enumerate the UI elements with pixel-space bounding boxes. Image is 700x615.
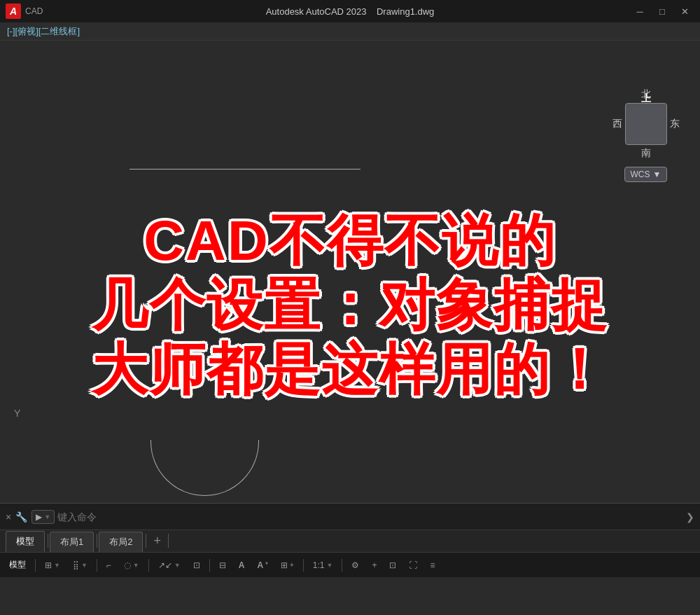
grid-button[interactable]: ⊞ ▼	[40, 558, 65, 572]
title-bar-title: Autodesk AutoCAD 2023 Drawing1.dwg	[266, 6, 435, 17]
overlay-line3: 大师都是这样用的！	[42, 338, 658, 402]
model-space-button[interactable]: 模型	[4, 557, 31, 573]
autocad-logo[interactable]: A	[6, 4, 21, 19]
wcs-label: WCS	[631, 170, 650, 179]
transparency-star: *	[265, 561, 268, 569]
compass-west-label: 西	[612, 118, 622, 130]
y-axis-indicator: Y	[14, 408, 20, 419]
compass-south-label: 南	[641, 147, 651, 160]
command-settings-icon[interactable]: 🔧	[15, 511, 27, 523]
autocad-version-label: Autodesk AutoCAD 2023	[266, 6, 367, 17]
gear-icon: ⚙	[351, 560, 359, 570]
wcs-button[interactable]: WCS ▼	[624, 167, 668, 182]
grid-icon: ⊞	[45, 560, 52, 570]
model-label: 模型	[9, 559, 26, 571]
tab-bar: 模型 布局1 布局2 +	[0, 530, 700, 552]
status-bar: 模型 ⊞ ▼ ⣿ ▼ ⌐ ◌ ▼ ↗↙ ▼ ⊡ ⊟ A A * ⊞ + 1:1 …	[0, 552, 700, 577]
title-bar-left: A CAD	[6, 4, 43, 19]
tab-divider-2	[97, 534, 97, 548]
plus-icon: +	[372, 560, 377, 570]
command-prompt-icon[interactable]: ▶ ▼	[31, 510, 55, 524]
statusbar-divider-6	[342, 559, 342, 572]
statusbar-divider-5	[303, 559, 304, 572]
tab-layout1[interactable]: 布局1	[50, 532, 94, 552]
tab-divider-3	[146, 534, 146, 548]
selection-cycling-icon: ⊞	[281, 560, 288, 570]
drawing-arc	[150, 440, 259, 496]
prompt-arrow-icon: ▶	[36, 512, 42, 522]
dynamic-input-button[interactable]: ⊟	[214, 558, 231, 572]
cube-face[interactable]: 上	[625, 103, 667, 145]
drawing-area[interactable]: 北 西 上 东 南 WCS ▼ Y CAD不得不说的 几个设置：对象捕捉 大师都…	[0, 41, 700, 503]
selection-plus: +	[290, 561, 294, 569]
maximize-button[interactable]: □	[652, 4, 672, 19]
wcs-dropdown-arrow: ▼	[653, 170, 662, 179]
statusbar-divider-1	[35, 559, 36, 572]
lineweight-icon: A	[239, 560, 245, 570]
osnap-icon: ↗↙	[158, 560, 172, 570]
polar-icon: ◌	[124, 560, 131, 570]
statusbar-divider-4	[209, 559, 210, 572]
close-button[interactable]: ✕	[675, 4, 694, 19]
polar-dropdown: ▼	[133, 562, 139, 569]
osnap-dropdown: ▼	[174, 562, 181, 569]
autocad-a-letter: A	[10, 6, 17, 17]
overlay-line2: 几个设置：对象捕捉	[42, 273, 658, 338]
navigation-cube[interactable]: 北 西 上 东 南 WCS ▼	[612, 88, 679, 235]
object-snap-tracking-button[interactable]: ⊡	[188, 558, 205, 572]
app-name-label: CAD	[25, 6, 43, 16]
viewport-label-text[interactable]: [-][俯视][二维线框]	[7, 25, 80, 38]
polar-button[interactable]: ◌ ▼	[119, 558, 144, 572]
compass-east-label: 东	[670, 118, 680, 130]
fullscreen-icon: ⛶	[409, 560, 417, 570]
object-snap-tracking-icon: ⊡	[193, 560, 200, 570]
tab-divider-1	[48, 534, 48, 548]
tab-divider-4	[168, 534, 169, 548]
ortho-icon: ⌐	[106, 560, 111, 570]
add-tab-button[interactable]: +	[148, 530, 167, 552]
command-close-button[interactable]: ×	[6, 511, 11, 523]
overlay-line1: CAD不得不说的	[42, 209, 658, 273]
drawing-line	[130, 169, 360, 170]
tab-model[interactable]: 模型	[6, 531, 45, 552]
scale-dropdown-arrow: ▼	[326, 562, 332, 569]
ortho-button[interactable]: ⌐	[102, 558, 116, 572]
grid-dropdown: ▼	[54, 562, 60, 569]
command-bar: × 🔧 ▶ ▼ ❯	[0, 503, 700, 530]
command-expand-button[interactable]: ❯	[686, 511, 694, 523]
menu-button[interactable]: ≡	[425, 558, 440, 572]
settings-gear-button[interactable]: ⚙	[346, 558, 364, 572]
menu-icon: ≡	[430, 560, 435, 570]
overlay-text-block: CAD不得不说的 几个设置：对象捕捉 大师都是这样用的！	[42, 209, 658, 402]
command-input[interactable]	[57, 511, 682, 523]
statusbar-divider-3	[148, 559, 149, 572]
osnap-button[interactable]: ↗↙ ▼	[153, 558, 186, 572]
layout-view-icon: ⊡	[389, 560, 396, 570]
lineweight-button[interactable]: A	[234, 558, 250, 572]
minimize-button[interactable]: ─	[630, 4, 650, 19]
snap-icon: ⣿	[73, 560, 79, 570]
command-prompt-area: ▶ ▼	[31, 510, 682, 524]
prompt-dropdown-arrow: ▼	[44, 513, 50, 520]
scale-label: 1:1	[313, 560, 325, 570]
layout-view-button[interactable]: ⊡	[384, 558, 401, 572]
transparency-button[interactable]: A *	[252, 558, 273, 572]
cube-top-label: 上	[641, 92, 651, 105]
drawing-filename-label: Drawing1.dwg	[377, 6, 434, 17]
fullscreen-button[interactable]: ⛶	[404, 558, 422, 572]
selection-cycling-button[interactable]: ⊞ +	[276, 558, 299, 572]
title-bar-controls: ─ □ ✕	[630, 4, 694, 19]
transparency-icon: A	[257, 560, 263, 570]
dynamic-input-icon: ⊟	[219, 560, 226, 570]
snap-dropdown: ▼	[81, 562, 88, 569]
annotation-scale-button[interactable]: 1:1 ▼	[308, 558, 338, 572]
tab-layout2[interactable]: 布局2	[99, 532, 143, 552]
cube-middle: 西 上 东	[612, 103, 680, 145]
statusbar-divider-2	[97, 559, 97, 572]
snap-button[interactable]: ⣿ ▼	[68, 558, 92, 572]
title-bar: A CAD Autodesk AutoCAD 2023 Drawing1.dwg…	[0, 0, 700, 22]
workspace-add-button[interactable]: +	[367, 558, 382, 572]
viewport-label-bar: [-][俯视][二维线框]	[0, 22, 700, 41]
